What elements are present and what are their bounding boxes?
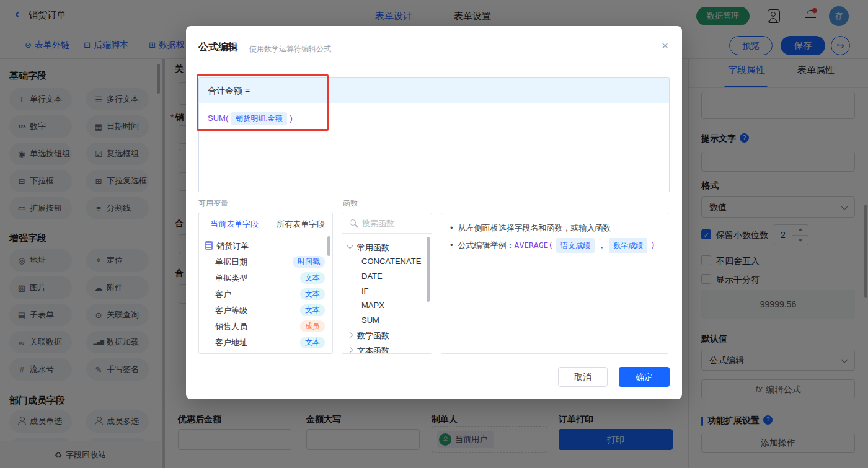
- type-badge: 文本: [300, 272, 325, 284]
- functions-scrollbar[interactable]: [427, 237, 430, 302]
- formula-editor[interactable]: 合计金额 = SUM(销货明细.金额): [198, 77, 670, 192]
- tab-current-form-fields[interactable]: 当前表单字段: [210, 219, 259, 230]
- function-name: SUM: [208, 113, 226, 123]
- functions-section-label: 函数: [343, 198, 358, 209]
- chevron-right-icon: [347, 347, 353, 353]
- variables-panel: 当前表单字段 所有表单字段 销货订单 单据日期时间戳 单据类型文本 客户文本 客…: [198, 213, 333, 354]
- example-field-chip: 语文成绩: [556, 238, 595, 253]
- function-item[interactable]: DATE: [342, 270, 432, 284]
- variables-scrollbar[interactable]: [327, 236, 330, 256]
- variable-row[interactable]: 销售人员成员: [199, 318, 332, 334]
- form-doc-icon: [205, 241, 213, 250]
- function-group-common[interactable]: 常用函数: [342, 241, 432, 255]
- help-tip-2: •公式编辑举例：AVERAGE(语文成绩，数学成绩): [450, 238, 658, 253]
- variable-row[interactable]: 单据类型文本: [199, 270, 332, 286]
- example-field-chip: 数学成绩: [609, 238, 647, 253]
- variable-form-node[interactable]: 销货订单: [199, 237, 332, 254]
- formula-target: 合计金额 =: [199, 78, 669, 103]
- type-badge: 文本: [300, 304, 325, 316]
- cancel-button[interactable]: 取消: [558, 367, 608, 387]
- type-badge: 时间戳: [293, 256, 325, 268]
- function-item[interactable]: SUM: [342, 314, 432, 328]
- variable-row[interactable]: 单据日期时间戳: [199, 254, 332, 270]
- help-tip-1: •从左侧面板选择字段名和函数，或输入函数: [450, 222, 658, 234]
- type-badge: [311, 353, 325, 354]
- example-function: AVERAGE(: [515, 241, 554, 250]
- variable-row-partial[interactable]: [199, 350, 332, 354]
- variable-row[interactable]: 客户地址文本: [199, 334, 332, 350]
- type-badge: 文本: [300, 337, 325, 348]
- chevron-down-icon: [347, 243, 353, 249]
- function-item[interactable]: MAPX: [342, 299, 432, 313]
- formula-edit-dialog: 公式编辑 使用数学运算符编辑公式 × 合计金额 = SUM(销货明细.金额) 可…: [186, 26, 682, 399]
- function-group-math[interactable]: 数学函数: [342, 329, 432, 343]
- dialog-subtitle: 使用数学运算符编辑公式: [249, 44, 331, 55]
- tab-all-form-fields[interactable]: 所有表单字段: [277, 219, 325, 230]
- app-window: ‹ 销货订单 表单设计 表单设置 数据管理 存 ⊘表单外链 ⊡后端脚本 ⊞数据权…: [0, 0, 868, 468]
- variable-row[interactable]: 客户等级文本: [199, 302, 332, 318]
- functions-panel: 常用函数 CONCATENATE DATE IF MAPX SUM 数学函数 文…: [342, 213, 432, 354]
- variables-tabs: 当前表单字段 所有表单字段: [199, 213, 332, 234]
- function-item[interactable]: CONCATENATE: [342, 255, 432, 269]
- search-icon: [350, 219, 356, 226]
- function-item[interactable]: IF: [342, 285, 432, 299]
- type-badge: 成员: [300, 320, 325, 332]
- function-group-text[interactable]: 文本函数: [342, 343, 432, 354]
- dialog-title: 公式编辑: [198, 41, 238, 54]
- variable-row[interactable]: 客户文本: [199, 286, 332, 302]
- function-search-input[interactable]: [361, 216, 423, 231]
- chevron-right-icon: [347, 332, 353, 338]
- function-search: [342, 213, 432, 234]
- confirm-button[interactable]: 确定: [619, 367, 670, 387]
- help-panel: •从左侧面板选择字段名和函数，或输入函数 •公式编辑举例：AVERAGE(语文成…: [441, 213, 668, 354]
- type-badge: 文本: [300, 288, 325, 300]
- variables-section-label: 可用变量: [198, 198, 228, 209]
- formula-expression[interactable]: SUM(销货明细.金额): [208, 112, 293, 125]
- close-icon[interactable]: ×: [662, 40, 668, 51]
- field-chip[interactable]: 销货明细.金额: [231, 112, 286, 125]
